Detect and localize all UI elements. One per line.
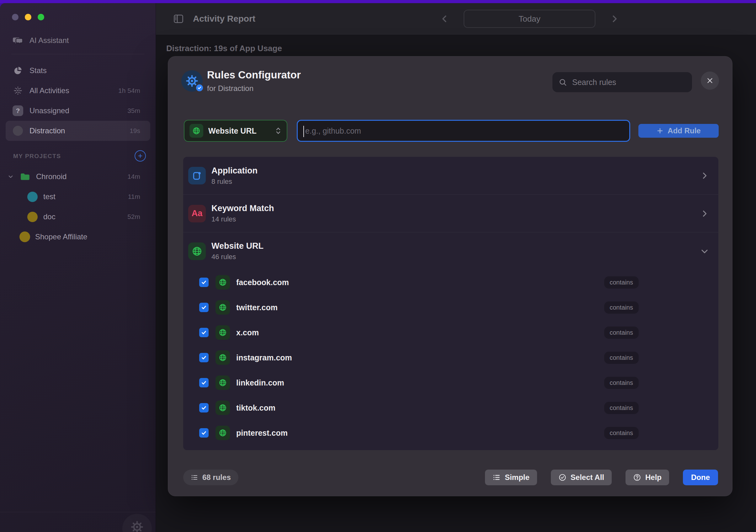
category-row-keyword-match[interactable]: Aa Keyword Match 14 rules bbox=[183, 195, 718, 232]
match-type-badge: contains bbox=[604, 427, 639, 439]
match-type-badge: contains bbox=[604, 327, 639, 339]
globe-icon bbox=[216, 376, 230, 390]
rule-count-label: 68 rules bbox=[202, 473, 231, 482]
sidebar-item-label: Stats bbox=[30, 66, 47, 75]
gear-icon bbox=[130, 520, 144, 532]
modal-badge bbox=[181, 70, 202, 92]
close-button[interactable] bbox=[701, 71, 719, 90]
chevron-down-icon bbox=[700, 247, 709, 256]
rule-checkbox[interactable] bbox=[199, 353, 209, 362]
rule-checkbox[interactable] bbox=[199, 278, 209, 287]
main-area: Activity Report Today Distraction: 19s o… bbox=[156, 3, 756, 532]
match-type-badge: contains bbox=[604, 276, 639, 289]
question-circle-icon bbox=[633, 473, 641, 482]
add-rule-button[interactable]: Add Rule bbox=[638, 124, 719, 138]
rule-name: facebook.com bbox=[236, 278, 289, 287]
globe-icon bbox=[216, 275, 230, 289]
rules-configurator-modal: Rules Configurator for Distraction Websi… bbox=[168, 56, 733, 496]
category-row-application[interactable]: Application 8 rules bbox=[183, 157, 718, 195]
plus-icon bbox=[656, 127, 664, 135]
globe-icon bbox=[216, 350, 230, 365]
rule-checkbox[interactable] bbox=[199, 378, 209, 387]
rule-type-value: Website URL bbox=[208, 126, 256, 136]
project-color-dot bbox=[27, 192, 38, 202]
rule-type-dropdown[interactable]: Website URL bbox=[184, 120, 287, 142]
project-color-dot bbox=[27, 212, 38, 222]
sidebar-toggle-icon[interactable] bbox=[173, 13, 184, 24]
window-minimize-button[interactable] bbox=[25, 14, 31, 20]
category-name: Keyword Match bbox=[211, 203, 274, 213]
traffic-lights bbox=[12, 14, 44, 20]
chevron-right-icon bbox=[700, 171, 709, 180]
modal-title: Rules Configurator bbox=[207, 69, 301, 81]
sidebar-item-ai-assistant[interactable]: AI Assistant bbox=[11, 34, 69, 47]
category-dot-icon bbox=[13, 125, 23, 136]
rule-row[interactable]: instagram.com contains bbox=[183, 345, 718, 370]
divider bbox=[0, 512, 156, 512]
select-all-button[interactable]: Select All bbox=[551, 469, 612, 485]
help-button[interactable]: Help bbox=[626, 469, 669, 485]
rules-list-panel: Application 8 rules Aa Keyword Match 14 … bbox=[183, 157, 718, 450]
category-row-website-url[interactable]: Website URL 46 rules bbox=[183, 232, 718, 270]
check-badge-icon bbox=[195, 83, 204, 92]
rule-checkbox[interactable] bbox=[199, 403, 209, 412]
sidebar-item-distraction[interactable]: Distraction 19s bbox=[6, 121, 150, 141]
date-range-button[interactable]: Today bbox=[464, 10, 595, 28]
projects-section-header: MY PROJECTS bbox=[13, 153, 61, 160]
check-circle-icon bbox=[558, 473, 567, 482]
search-rules-field[interactable] bbox=[553, 72, 692, 92]
rule-checkbox[interactable] bbox=[199, 328, 209, 337]
next-day-button[interactable] bbox=[610, 14, 619, 23]
chevron-down-icon[interactable] bbox=[8, 174, 14, 179]
pie-chart-icon bbox=[13, 65, 23, 76]
globe-icon bbox=[216, 401, 230, 415]
rule-row[interactable]: facebook.com contains bbox=[183, 270, 718, 295]
sidebar-item-unassigned[interactable]: ? Unassigned 35m bbox=[0, 101, 156, 121]
close-icon bbox=[706, 76, 714, 85]
new-rule-input[interactable] bbox=[298, 126, 629, 136]
category-name: Application bbox=[211, 166, 257, 176]
rule-row[interactable]: x.com contains bbox=[183, 320, 718, 345]
globe-icon bbox=[216, 325, 230, 340]
keyword-icon: Aa bbox=[188, 205, 206, 223]
rule-name: instagram.com bbox=[236, 353, 292, 362]
match-type-badge: contains bbox=[604, 302, 639, 314]
sidebar-project-shopee-affiliate[interactable]: Shopee Affiliate bbox=[0, 227, 156, 247]
sidebar-item-label: All Activities bbox=[30, 86, 69, 95]
globe-icon bbox=[216, 300, 230, 315]
rule-name: x.com bbox=[236, 328, 259, 337]
done-button[interactable]: Done bbox=[683, 469, 718, 485]
page-title: Activity Report bbox=[193, 14, 255, 24]
previous-day-button[interactable] bbox=[440, 14, 449, 23]
rule-row[interactable]: pinterest.com contains bbox=[183, 420, 718, 445]
category-count: 46 rules bbox=[211, 253, 263, 261]
window-zoom-button[interactable] bbox=[38, 14, 44, 20]
settings-button[interactable] bbox=[122, 514, 152, 532]
add-project-button[interactable] bbox=[135, 150, 146, 162]
search-input[interactable] bbox=[572, 78, 686, 87]
new-rule-input-wrap[interactable] bbox=[297, 120, 630, 142]
sidebar-project-chronoid[interactable]: Chronoid 14m bbox=[0, 167, 156, 187]
modal-subtitle: for Distraction bbox=[207, 84, 254, 93]
window-close-button[interactable] bbox=[12, 14, 18, 20]
sidebar-item-all-activities[interactable]: All Activities 1h 54m bbox=[0, 81, 156, 101]
rule-checkbox[interactable] bbox=[199, 428, 209, 438]
list-icon bbox=[493, 473, 501, 482]
rule-row[interactable]: tiktok.com contains bbox=[183, 395, 718, 420]
sidebar-item-time: 19s bbox=[129, 127, 140, 135]
simple-mode-button[interactable]: Simple bbox=[485, 469, 537, 485]
rule-name: tiktok.com bbox=[236, 403, 275, 412]
question-badge-icon: ? bbox=[13, 105, 23, 116]
content-area: Distraction: 19s of App Usage Rules Conf… bbox=[156, 35, 756, 532]
sidebar: AI Assistant Stats All Activities 1h 54m… bbox=[0, 3, 156, 532]
sidebar-project-test[interactable]: test 11m bbox=[0, 187, 156, 207]
rule-row[interactable]: linkedin.com contains bbox=[183, 370, 718, 395]
project-label: Chronoid bbox=[36, 172, 67, 181]
sidebar-item-stats[interactable]: Stats bbox=[0, 61, 156, 81]
rule-row[interactable]: twitter.com contains bbox=[183, 295, 718, 320]
project-color-dot bbox=[19, 231, 30, 242]
sidebar-project-doc[interactable]: doc 52m bbox=[0, 207, 156, 227]
sidebar-item-time: 1h 54m bbox=[118, 87, 140, 94]
rule-checkbox[interactable] bbox=[199, 303, 209, 312]
rule-name: twitter.com bbox=[236, 303, 278, 312]
